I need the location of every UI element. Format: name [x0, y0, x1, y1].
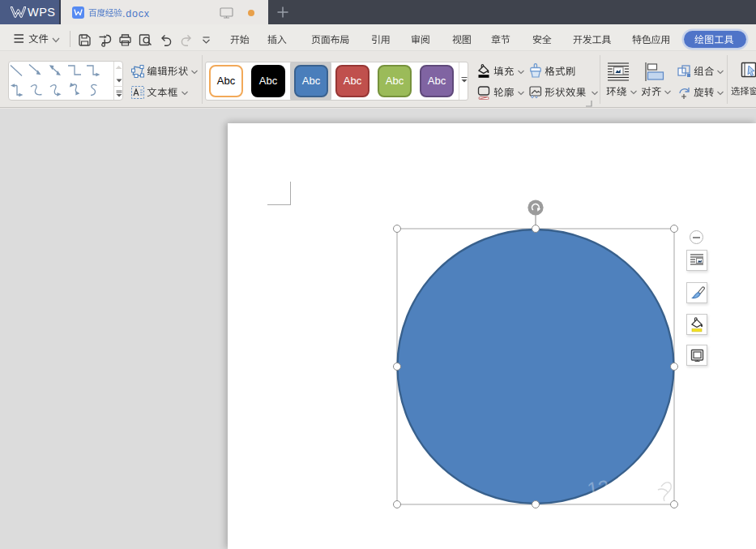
svg-text:12: 12 — [586, 475, 610, 500]
